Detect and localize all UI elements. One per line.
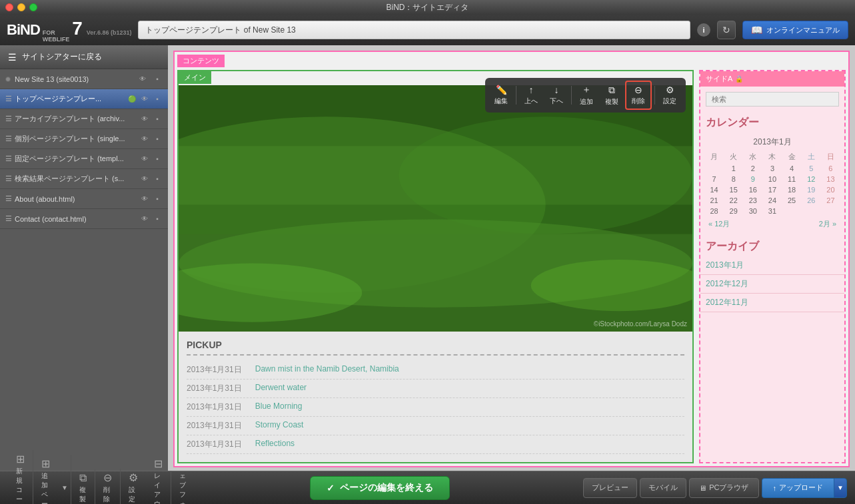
item-actions: 🟢 👁 ▪ [127,94,163,105]
pickup-title: PICKUP [187,340,684,356]
content-scroll[interactable]: コンテンツ メイン ✏️ 編集 [168,45,855,471]
add-page-button[interactable]: ⊞ 追加ページ [33,455,59,504]
cal-day-link[interactable]: 12 [807,175,815,183]
topbar: BiND FOR WEBLIFE 7 Ver.6.86 (b1231) トップペ… [0,15,855,45]
sidebar-item-single[interactable]: ☰ 個別ページテンプレート (single... 👁 ▪ [0,129,168,149]
copy-icon-bottom: ⧉ [79,472,87,484]
titlebar: BiND：サイトエディタ [0,0,855,15]
cal-day-link[interactable]: 9 [751,175,755,183]
close-button[interactable] [5,3,13,11]
pickup-link[interactable]: Dawn mist in the Namib Desert, Namibia [255,364,399,376]
upload-button[interactable]: ↑ アップロード [762,478,834,498]
table-row: 28 29 30 31 [704,206,840,216]
minimize-button[interactable] [17,3,25,11]
sidebar-item-contact[interactable]: ☰ Contact (contact.html) 👁 ▪ [0,209,168,229]
pickup-link[interactable]: Reflections [255,439,295,450]
item-visibility[interactable]: 👁 [139,154,150,164]
archive-link-jan2013[interactable]: 2013年1月 [700,256,844,275]
reload-button[interactable]: ↻ [717,21,736,39]
delete-button[interactable]: ⊖ 削除 [625,81,652,110]
table-row: 21 22 23 24 25 26 27 [704,195,840,206]
info-button[interactable]: i [697,23,710,37]
item-visibility[interactable]: 👁 [139,194,150,204]
archive-link-nov2012[interactable]: 2012年11月 [700,294,844,312]
site-visibility-toggle[interactable]: 👁 [137,74,148,85]
item-visibility[interactable]: 👁 [139,174,150,184]
add-button[interactable]: ＋ 追加 [574,81,598,109]
online-manual-button[interactable]: 📖 オンラインマニュアル [742,21,848,39]
traffic-lights [5,3,37,11]
table-row: 1 2 3 4 5 6 [704,163,840,174]
calendar-month: 2013年1月 [704,136,840,148]
down-button[interactable]: ↓ 下へ [544,82,568,109]
for-text: FOR [43,29,70,36]
delete-icon-bottom: ⊖ [103,471,112,484]
brand-text: BiND [7,21,40,39]
bottom-left-tools: ⊞ 新規コーナー ⊞ 追加ページ ▼ ⧉ 複製 ⊖ 削除 ⚙ 設定 ⊟ レ [8,446,176,505]
pickup-row: 2013年1月31日 Reflections [187,435,684,454]
up-icon: ↑ [529,85,534,95]
sidebar-item-archive[interactable]: ☰ アーカイブテンプレート (archiv... 👁 ▪ [0,109,168,129]
up-button[interactable]: ↑ 上へ [519,82,543,109]
fullscreen-button[interactable] [29,3,37,11]
settings-button[interactable]: ⚙ 設定 [658,82,682,109]
upload-dropdown[interactable]: ▼ [834,478,847,498]
cal-prev-link[interactable]: « 12月 [708,219,730,229]
preview-button[interactable]: プレビュー [583,478,637,498]
item-more[interactable]: ▪ [152,114,163,125]
cal-next-link[interactable]: 2月 » [819,219,836,229]
item-more[interactable]: ▪ [152,174,163,184]
archive-link-dec2012[interactable]: 2012年12月 [700,275,844,294]
back-to-site-theater-button[interactable]: ☰ サイトシアターに戻る [0,45,168,69]
copy-button-bottom[interactable]: ⧉ 複製 [71,469,95,505]
weblife-text: WEBLIFE [43,36,70,43]
pickup-link[interactable]: Stormy Coast [255,420,304,431]
item-green-dot[interactable]: 🟢 [127,94,137,105]
bottom-toolbar: ⊞ 新規コーナー ⊞ 追加ページ ▼ ⧉ 複製 ⊖ 削除 ⚙ 設定 ⊟ レ [0,471,855,504]
sidebar-item-fixed[interactable]: ☰ 固定ページテンプレート (templ... 👁 ▪ [0,149,168,169]
sidebar-item-label: トップページテンプレー... [15,94,124,104]
item-visibility[interactable]: 👁 [139,214,150,224]
finish-editing-button[interactable]: ✓ ページの編集を終える [310,476,450,500]
svg-rect-7 [179,146,692,204]
settings-button-bottom[interactable]: ⚙ 設定 [121,469,146,504]
sidebar: ☰ サイトシアターに戻る New Site 13 (site0013) 👁 ▪ … [0,45,168,471]
item-more[interactable]: ▪ [152,94,163,105]
page-icon: ☰ [5,95,12,103]
layout-icon: ⊟ [154,457,163,470]
page-wrapper: コンテンツ メイン ✏️ 編集 [173,51,850,467]
page-icon: ☰ [5,194,12,203]
calendar-widget-title: カレンダー [700,112,844,132]
item-more[interactable]: ▪ [152,214,163,224]
item-more[interactable]: ▪ [152,154,163,164]
sidebar-item-top[interactable]: ☰ トップページテンプレー... 🟢 👁 ▪ [0,89,168,109]
breadcrumb: トップページテンプレート of New Site 13 [138,21,690,39]
cal-header-sat: 土 [802,150,821,163]
item-more[interactable]: ▪ [152,134,163,144]
delete-button-bottom[interactable]: ⊖ 削除 [95,469,121,504]
sidebar-item-search[interactable]: ☰ 検索結果ページテンプレート (s... 👁 ▪ [0,169,168,189]
add-icon: ＋ [582,84,591,96]
add-page-dropdown[interactable]: ▼ [59,455,71,504]
pickup-link[interactable]: Derwent water [255,383,307,394]
cal-header-mon: 月 [704,150,724,163]
mobile-button[interactable]: モバイル [640,478,686,498]
new-corner-button[interactable]: ⊞ 新規コーナー [8,450,33,504]
main-label: メイン [179,71,211,84]
sidebar-item-about[interactable]: ☰ About (about.html) 👁 ▪ [0,189,168,209]
item-visibility[interactable]: 👁 [139,94,150,105]
copy-button[interactable]: ⧉ 複製 [600,82,624,109]
pickup-date: 2013年1月31日 [187,439,242,450]
site-menu-button[interactable]: ▪ [152,74,163,85]
pickup-link[interactable]: Blue Morning [255,401,303,413]
pc-browser-button[interactable]: 🖥 PCブラウザ [689,478,758,498]
edit-button[interactable]: ✏️ 編集 [489,82,513,109]
cal-header-sun: 日 [821,150,840,163]
item-more[interactable]: ▪ [152,194,163,204]
item-visibility[interactable]: 👁 [139,134,150,144]
pickup-section: PICKUP 2013年1月31日 Dawn mist in the Namib… [179,332,692,462]
search-input[interactable] [706,92,839,107]
main-section: メイン ✏️ 編集 ↑ 上へ [177,70,694,463]
version-number: 7 [72,18,83,39]
item-visibility[interactable]: 👁 [139,114,150,125]
